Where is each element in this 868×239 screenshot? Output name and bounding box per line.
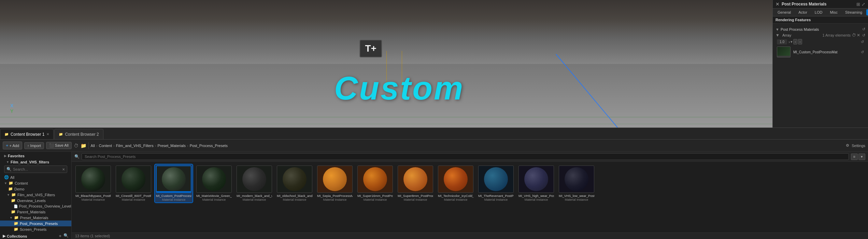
post-process-folder: 📁 [14, 221, 18, 226]
breadcrumb-post-process[interactable]: Post_Process_Presets [190, 144, 228, 148]
list-item[interactable]: MI_oldschool_black_and_white_Film_PostPr… [276, 164, 313, 202]
item-type: Material Instance [82, 198, 105, 201]
material-reset-button[interactable]: ↺ [861, 50, 864, 54]
cb-tab-1-label: Content Browser 1 [11, 132, 44, 137]
breadcrumb-content[interactable]: Content [99, 144, 112, 148]
array-reset-icon[interactable]: ↺ [862, 33, 865, 38]
list-item[interactable]: MI_Sepia_PostProcessMat Material Instanc… [316, 164, 354, 202]
sidebar-item-demo[interactable]: 📁 Demo [0, 186, 71, 192]
list-item[interactable]: MI_MatrixMovie_Green_PostProcessMat Mate… [195, 164, 233, 202]
list-item[interactable]: MI_TheRevenant_PostProcessMat Material I… [477, 164, 515, 202]
array-expand-icon[interactable]: › [788, 39, 790, 44]
filter-btn-2[interactable]: ▾ [858, 154, 865, 160]
list-item[interactable]: MI_modern_black_and_white_Film_PostProce… [236, 164, 273, 202]
filter-btn-1[interactable]: ≡ [851, 154, 858, 160]
cb-tab-1[interactable]: 📁 Content Browser 1 ✕ [0, 129, 54, 139]
item-thumbnail [196, 165, 232, 193]
array-nav-prev[interactable]: ‹ [793, 39, 797, 44]
tab-streaming[interactable]: Streaming [842, 9, 866, 15]
viewport[interactable]: T+ Custom X Y [0, 0, 772, 128]
cb-tab-2[interactable]: 📁 Content Browser 2 [54, 129, 103, 139]
sidebar-item-parent-mat[interactable]: 📁 Parent_Materials [0, 209, 71, 215]
item-type: Material Instance [484, 198, 508, 201]
save-all-label: ⬛ Save All [49, 143, 69, 148]
sidebar-item-post-overview[interactable]: 📄 Post_Process_Overview_Levels [0, 203, 71, 209]
sidebar-item-all[interactable]: 🌐 All [0, 174, 71, 180]
item-name: MI_Sepia_PostProcessMat [317, 194, 353, 198]
material-name-label: MI_Custom_PostProcessMat [793, 50, 858, 54]
add-button[interactable]: + + Add [3, 142, 22, 149]
collections-add-icon[interactable]: ＋ [58, 233, 62, 239]
tab-lod[interactable]: LOD [811, 9, 826, 15]
array-dropdown-icon[interactable]: ▾ [791, 40, 793, 44]
reset-button[interactable]: ↺ [862, 27, 865, 31]
parent-mat-folder: 📁 [11, 210, 16, 214]
sidebar-item-overview[interactable]: 📁 Overview_Levels [0, 198, 71, 203]
array-arrow-icon: ▼ [775, 33, 780, 38]
collections-search-icon[interactable]: 🔍 [63, 233, 69, 239]
cb-tab-1-close[interactable]: ✕ [46, 132, 49, 136]
settings-button[interactable]: ⚙ Settings [846, 143, 865, 148]
properties-close-button[interactable]: ✕ [775, 1, 780, 7]
top-area: T+ Custom X Y ✕ Post Process Materials ⊞… [0, 0, 868, 128]
list-item[interactable]: MI_VHS_low_wear_PostProcessMat Material … [558, 164, 595, 202]
breadcrumb-vhs[interactable]: Film_and_VHS_Filters [116, 144, 154, 148]
item-thumbnail [317, 165, 353, 193]
post-overview-label: Post_Process_Overview_Levels [19, 204, 72, 208]
array-clock-icon[interactable]: ⏱ [852, 33, 856, 38]
material-sphere [122, 167, 145, 191]
list-item[interactable]: MI_Technicolor_IcyCold_PostProcessMat Ma… [437, 164, 474, 202]
sidebar-item-post-process-presets[interactable]: 📁 Post_Process_Presets [0, 221, 71, 226]
item-name: MI_Super8mm_PostProcessMat [398, 194, 433, 198]
breadcrumb-preset-mat[interactable]: Preset_Materials [157, 144, 186, 148]
array-remove-icon[interactable]: ✕ [857, 33, 860, 38]
expand-icon[interactable]: ⤢ [862, 2, 865, 7]
list-item[interactable]: MI_VHS_high_wear_PostProcessMat Material… [517, 164, 555, 202]
list-item[interactable]: MI_Super8mm_PostProcessMat Material Inst… [397, 164, 434, 202]
sidebar-item-film[interactable]: ▼ 📁 Film_and_VHS_Filters [0, 192, 71, 198]
sidebar-favorites[interactable]: ▶ Favorites [0, 153, 71, 159]
list-item[interactable]: MI_Custom_PostProcessMat Material Instan… [155, 164, 193, 202]
clear-search-icon[interactable]: ✕ [62, 168, 65, 171]
folder-icon[interactable]: 📁 [81, 143, 86, 148]
content-arrow: ▼ [4, 182, 7, 185]
settings-icon: ⚙ [846, 143, 849, 148]
item-thumbnail [478, 165, 514, 193]
sidebar-item-content[interactable]: ▼ 📁 Content [0, 180, 71, 186]
grid-view-icon[interactable]: ⊞ [856, 2, 860, 7]
tab-actor[interactable]: Actor [795, 9, 811, 15]
search-input[interactable] [82, 153, 849, 160]
breadcrumb-all[interactable]: All [91, 144, 95, 148]
breadcrumb-sep-0: › [96, 144, 98, 148]
list-item[interactable]: MI_Super16mm_PostProcessMat Material Ins… [356, 164, 394, 202]
sidebar-search-input[interactable] [13, 167, 61, 171]
material-sphere [162, 167, 186, 191]
item-thumbnail [277, 165, 312, 193]
item-type: Material Instance [444, 198, 468, 201]
array-nav-next[interactable]: › [798, 39, 802, 44]
properties-title-bar: ✕ Post Process Materials ⊞ ⤢ [773, 0, 868, 9]
save-all-button[interactable]: ⬛ Save All [46, 142, 72, 149]
row-reset-icon[interactable]: ↺ [861, 40, 864, 44]
tab-general[interactable]: General [774, 9, 794, 15]
tplus-icon: T+ [360, 40, 382, 57]
sidebar-item-screen-presets[interactable]: 📁 Screen_Presets [0, 226, 71, 232]
search-icon: 🔍 [6, 167, 12, 172]
tab-all[interactable]: All [866, 9, 868, 15]
collections-header[interactable]: ▶ Collections ＋ 🔍 [0, 232, 71, 239]
import-button[interactable]: ↑ Import [24, 142, 44, 149]
favorites-label: Favorites [8, 154, 25, 158]
sidebar-film-vhs[interactable]: ▼ Film_and_VHS_filters [2, 159, 69, 165]
history-icon[interactable]: ⏱ [74, 143, 79, 148]
item-name: MI_MatrixMovie_Green_PostProcessMat [196, 194, 232, 198]
content-browser-main: ▶ Favorites ▼ Film_and_VHS_filters 🔍 ✕ 🌐… [0, 152, 868, 239]
list-item[interactable]: MI_BleachBypass_PostProcessMat Material … [74, 164, 112, 202]
sidebar-item-preset-mat[interactable]: ▼ 📁 Preset_Materials [0, 215, 71, 221]
content-area: 🔍 ≡ ▾ MI_BleachBypass_PostProcessMat Mat… [72, 152, 868, 239]
list-item[interactable]: MI_Cinestill_800T_PostProcessMat Materia… [115, 164, 152, 202]
material-sphere [524, 167, 548, 191]
breadcrumb-sep-1: › [113, 144, 115, 148]
material-sphere [81, 167, 105, 191]
post-process-section-label[interactable]: ▼ Post Process Materials ↺ [774, 26, 867, 32]
tab-misc[interactable]: Misc [826, 9, 841, 15]
